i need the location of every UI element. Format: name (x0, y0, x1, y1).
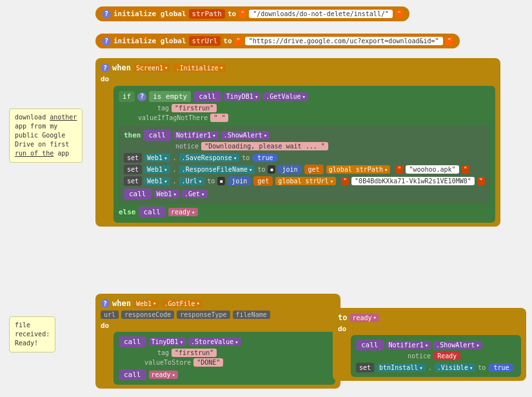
ready-dropdown-2[interactable]: ready (149, 371, 179, 379)
tinydb-storevalue-dropdown[interactable]: TinyDB1 (149, 338, 186, 346)
notice-val: "Downloading, please wait ... " (201, 142, 328, 150)
when-gotfile-block: ? when Web1 .GotFile url responseCode re… (95, 294, 340, 389)
do-label: do (101, 75, 109, 83)
response-type-param: responseType (177, 310, 230, 319)
to-label-6: to (478, 364, 486, 371)
init-label: initialize global (113, 10, 186, 18)
woohoo-val: "woohoo.apk" (406, 165, 458, 174)
notice-label-2: notice (408, 352, 431, 360)
tooltip2-text: filereceived:Ready! (15, 321, 50, 347)
web1b-dropdown[interactable]: Web1 (144, 165, 170, 174)
storevalue-dropdown[interactable]: .StoreValue (188, 338, 241, 346)
web1-get-dropdown[interactable]: Web1 (154, 190, 180, 198)
global-strurl-dropdown[interactable]: global strUrl (275, 177, 336, 185)
filename-param: fileName (233, 310, 270, 319)
strurl-value: "https://drive.google.com/uc?export=down… (245, 37, 443, 45)
help-icon-2: ? (102, 37, 111, 46)
global-strpath-dropdown[interactable]: global strPath (326, 165, 391, 174)
init-strpath-block: ? initialize global strPath to " "/downl… (95, 6, 409, 21)
showalert-dropdown-2[interactable]: .ShowAlert (433, 341, 482, 349)
quote-icon-8: " (477, 177, 485, 185)
to-label-5: to (207, 178, 215, 185)
ready-val: Ready (433, 352, 460, 360)
responsefilename-dropdown[interactable]: .ResponseFileName (179, 165, 255, 174)
true-val-1: true (252, 154, 278, 162)
to-label-2: to (223, 37, 232, 45)
join-block-1: join (278, 165, 301, 174)
tooltip-download: download anotherapp from mypublic Google… (9, 108, 83, 163)
quote-icon-5: " (395, 165, 403, 174)
call-notifier-2: call (356, 340, 384, 351)
to-label-3: to (242, 154, 250, 161)
else-label: else (119, 208, 136, 216)
help-icon-3: ? (101, 63, 110, 72)
tag-val: "firstrun" (172, 104, 217, 112)
initialize-dropdown[interactable]: .Initialize (173, 64, 226, 72)
call-label: call (193, 91, 221, 102)
tooltip-received: filereceived:Ready! (9, 316, 55, 352)
get-method-dropdown[interactable]: .Get (182, 190, 208, 198)
do-label-2: do (101, 321, 109, 330)
to-ready-block: to ready do call Notifier1 .ShowAlert no… (333, 308, 526, 381)
getvalue-dropdown[interactable]: .GetValue (263, 92, 308, 101)
strpath-var: strPath (189, 9, 225, 19)
to-label-ready: to (338, 313, 347, 322)
set-label-4: set (356, 363, 374, 372)
tag-label: tag (157, 105, 169, 112)
call-web1-get: call (124, 188, 152, 199)
url-dropdown[interactable]: .Url (179, 177, 205, 185)
ready-dropdown[interactable]: ready (168, 208, 198, 216)
quote-icon-7: " (341, 177, 349, 185)
quote-icon-2: " (395, 10, 403, 18)
call-storevalue: call (119, 336, 146, 347)
showalert-dropdown[interactable]: .ShowAlert (221, 131, 270, 139)
saveresponse-dropdown[interactable]: .SaveResponse (179, 154, 240, 162)
btninstall-dropdown[interactable]: btnInstall (377, 363, 426, 372)
response-code-param: responseCode (121, 310, 174, 319)
web1a-dropdown[interactable]: Web1 (144, 154, 170, 162)
when-label: when (112, 63, 131, 72)
tinydb1-dropdown[interactable]: TinyDB1 (224, 92, 261, 101)
ready-name-dropdown[interactable]: ready (350, 314, 379, 322)
url-param: url (101, 310, 119, 319)
screen1-dropdown[interactable]: Screen1 (133, 64, 171, 72)
strurl-var: strUrl (189, 36, 221, 46)
web1c-dropdown[interactable]: Web1 (144, 177, 170, 185)
set-label-2: set (124, 165, 142, 174)
visible-dropdown[interactable]: .Visible (435, 363, 476, 372)
quote-icon-6: " (462, 165, 469, 174)
help-icon: ? (102, 10, 111, 19)
valueiftag-val: " " (210, 114, 228, 122)
valuetostore-label: valueToStore (144, 359, 191, 366)
do-label-3: do (338, 325, 346, 333)
url-key-val: "0B4BdbKXka71-Vk1wR2s1VE10MW8" (351, 177, 475, 185)
quote-icon-1: " (239, 10, 246, 18)
to-label: to (228, 10, 236, 18)
web1-gotfile-dropdown[interactable]: Web1 (133, 300, 159, 308)
get-block-1: get (304, 165, 324, 174)
init-strurl-block: ? initialize global strUrl to " "https:/… (95, 34, 460, 48)
get-block-2: get (253, 176, 273, 186)
to-label-4: to (257, 166, 265, 173)
strpath-value: "/downloads/do-not-delete/install/" (249, 10, 393, 18)
help-icon-4: ? (137, 92, 146, 101)
call-ready: call (139, 207, 166, 218)
valueiftag-label: valueIfTagNotThere (138, 114, 208, 121)
when-screen1-block: ? when Screen1 .Initialize do if ? is em… (95, 58, 500, 227)
when-label-2: when (112, 299, 131, 308)
connector-2: ▪ (217, 177, 225, 185)
help-icon-5: ? (101, 299, 110, 308)
quote-icon-3: " (235, 37, 242, 45)
then-label: then (124, 131, 141, 139)
notifier1-dropdown-2[interactable]: Notifier1 (386, 341, 431, 349)
join-block-2: join (228, 176, 251, 186)
gotfile-event-dropdown[interactable]: .GotFile (161, 300, 202, 308)
is-empty-block: is empty (149, 91, 191, 102)
if-label: if (119, 91, 135, 102)
connector-1: ▪ (268, 165, 275, 174)
notifier1-dropdown[interactable]: Notifier1 (173, 131, 219, 139)
tag-val-2: "firstrun" (172, 349, 217, 357)
call-ready-2: call (119, 369, 146, 380)
tag-label-2: tag (157, 349, 169, 356)
valuetostore-val: "DONE" (193, 358, 223, 367)
